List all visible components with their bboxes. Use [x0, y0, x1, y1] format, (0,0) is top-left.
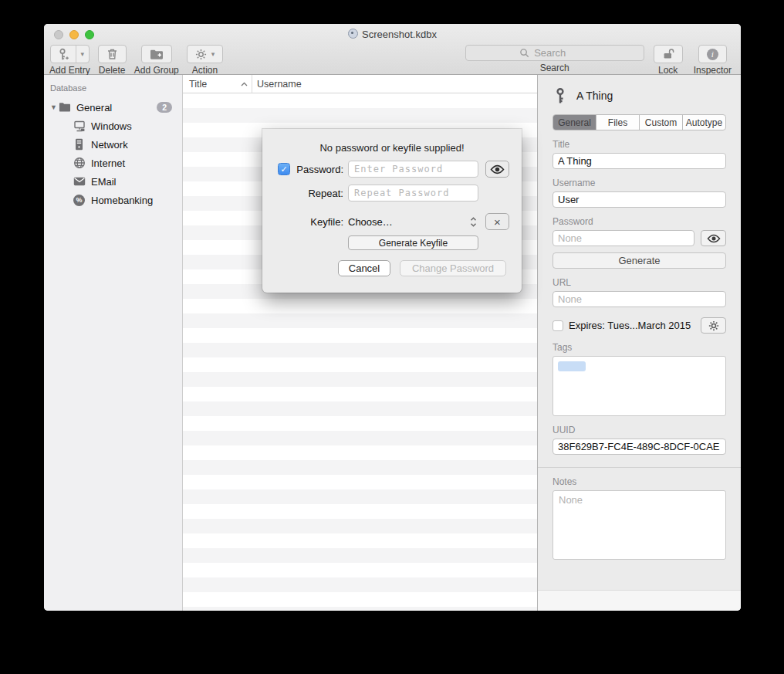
sidebar-item-label: General	[76, 102, 112, 113]
gear-icon	[195, 49, 207, 60]
repeat-row: Repeat:	[278, 185, 522, 202]
sidebar-item-internet[interactable]: Internet	[44, 154, 182, 172]
search-input[interactable]	[532, 46, 590, 59]
action-button[interactable]: ▾	[187, 45, 224, 63]
tags-box[interactable]	[553, 356, 726, 416]
sidebar: Database ▼ General 2 Windows	[44, 75, 183, 611]
entry-title: A Thing	[576, 90, 613, 102]
lock-button[interactable]	[654, 45, 683, 63]
uuid-label: UUID	[553, 425, 726, 435]
sidebar-item-general[interactable]: ▼ General 2	[44, 98, 182, 117]
key-plus-icon[interactable]	[51, 46, 76, 63]
disclosure-triangle-icon[interactable]: ▼	[50, 103, 58, 111]
inspector-label: Inspector	[694, 65, 732, 76]
notes-field[interactable]	[553, 490, 726, 560]
lock-label: Lock	[658, 65, 678, 76]
sidebar-item-windows[interactable]: Windows	[44, 117, 182, 135]
keyfile-popup[interactable]: Choose…	[348, 216, 478, 228]
column-header-title[interactable]: Title	[183, 75, 252, 93]
add-group-label: Add Group	[134, 65, 179, 76]
add-entry-button[interactable]: ▾	[50, 45, 90, 63]
toolbar: ▾ Add Entry Delete	[44, 44, 741, 75]
tab-files[interactable]: Files	[596, 115, 640, 130]
sidebar-item-label: Windows	[91, 120, 132, 132]
toolbar-action: ▾ Action	[187, 45, 224, 76]
add-entry-label: Add Entry	[49, 65, 90, 76]
toolbar-lock: Lock	[654, 45, 683, 76]
title-field[interactable]	[553, 153, 726, 169]
generate-password-button[interactable]: Generate	[553, 252, 726, 269]
window-chrome: Screenshot.kdbx ▾ Add Entry	[44, 24, 741, 75]
toolbar-inspector: i Inspector	[694, 45, 732, 76]
windows-icon	[73, 120, 86, 133]
window-title: Screenshot.kdbx	[362, 29, 437, 40]
url-field-label: URL	[553, 277, 726, 288]
entry-count-badge: 2	[157, 102, 172, 113]
envelope-icon	[73, 175, 86, 188]
sidebar-item-label: Homebanking	[91, 195, 153, 206]
password-label: Password:	[293, 164, 343, 175]
add-group-button[interactable]	[141, 45, 172, 63]
chevron-down-icon: ▾	[211, 51, 215, 58]
keyfile-value: Choose…	[348, 216, 393, 228]
chevron-down-icon: ▾	[81, 51, 85, 58]
show-password-button[interactable]	[485, 161, 509, 178]
unlocked-padlock-icon	[662, 48, 674, 60]
column-header-username[interactable]: Username	[252, 79, 302, 90]
window-title-bar: Screenshot.kdbx	[44, 29, 741, 40]
password-field[interactable]	[553, 230, 694, 246]
title-field-label: Title	[553, 139, 726, 150]
reveal-password-button[interactable]	[701, 230, 726, 246]
key-icon	[553, 87, 568, 104]
username-field[interactable]	[553, 191, 726, 208]
expires-settings-button[interactable]	[701, 317, 726, 334]
delete-button[interactable]	[98, 45, 127, 63]
sidebar-item-network[interactable]: Network	[44, 135, 182, 154]
tab-general[interactable]: General	[553, 115, 596, 130]
column-username-label: Username	[257, 79, 302, 90]
sidebar-item-homebanking[interactable]: % Homebanking	[44, 191, 182, 209]
generate-keyfile-button[interactable]: Generate Keyfile	[348, 235, 478, 250]
inspector-tabs: General Files Custom Autotype	[553, 114, 726, 130]
tab-custom[interactable]: Custom	[640, 115, 683, 130]
percent-icon: %	[73, 194, 86, 207]
info-icon: i	[707, 49, 718, 60]
expires-checkbox[interactable]	[553, 320, 563, 331]
inspector-divider	[538, 467, 741, 468]
inspector-panel: A Thing General Files Custom Autotype Ti…	[537, 75, 741, 611]
password-checkbox[interactable]: ✓	[278, 163, 290, 175]
inspector-footer	[538, 590, 741, 611]
uuid-field[interactable]	[553, 439, 726, 455]
stepper-icon	[470, 216, 477, 228]
tab-autotype[interactable]: Autotype	[683, 115, 725, 130]
tag-pill[interactable]	[558, 361, 586, 371]
url-field[interactable]	[553, 291, 726, 307]
enter-password-input[interactable]	[348, 161, 478, 178]
repeat-password-input[interactable]	[348, 185, 478, 202]
clear-keyfile-button[interactable]: ×	[485, 213, 509, 230]
keyfile-label: Keyfile:	[293, 216, 343, 228]
table-header: Title Username	[183, 75, 537, 93]
app-window: Screenshot.kdbx ▾ Add Entry	[44, 24, 741, 611]
folder-icon	[58, 101, 71, 114]
cancel-button[interactable]: Cancel	[338, 260, 390, 276]
server-icon	[73, 138, 86, 151]
change-password-button[interactable]: Change Password	[400, 260, 506, 276]
sidebar-item-label: Internet	[91, 157, 125, 169]
sidebar-item-email[interactable]: EMail	[44, 172, 182, 191]
inspector-button[interactable]: i	[698, 45, 727, 63]
username-field-label: Username	[553, 178, 726, 188]
dialog-buttons: Cancel Change Password	[338, 260, 506, 276]
toolbar-add-group: Add Group	[134, 45, 179, 76]
sidebar-item-label: EMail	[91, 176, 117, 188]
toolbar-add-entry: ▾ Add Entry	[49, 45, 90, 76]
folder-plus-icon	[150, 49, 164, 60]
sidebar-header: Database	[44, 75, 182, 98]
check-icon: ✓	[280, 164, 287, 174]
search-field[interactable]	[465, 45, 644, 61]
add-entry-dropdown[interactable]: ▾	[76, 46, 90, 63]
document-proxy-icon	[348, 29, 358, 39]
toolbar-search: Search	[465, 45, 644, 73]
action-label: Action	[192, 65, 218, 76]
dialog-message: No password or keyfile supplied!	[262, 129, 522, 154]
